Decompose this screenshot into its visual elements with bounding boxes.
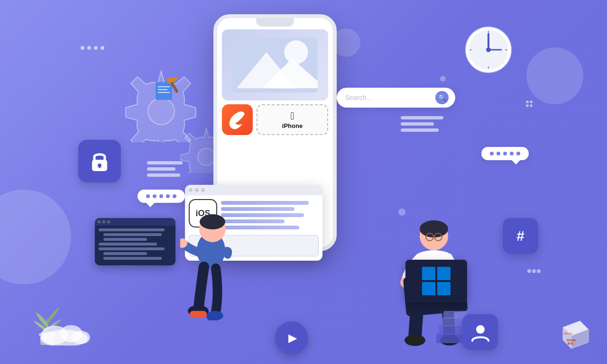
- phone-notch: [256, 18, 294, 27]
- svg-point-40: [200, 214, 225, 229]
- svg-point-0: [81, 46, 84, 50]
- text-line-l3: [147, 173, 180, 177]
- svg-point-8: [527, 269, 531, 273]
- deco-circle-5: [440, 76, 446, 82]
- code-window: [95, 218, 175, 265]
- svg-point-78: [71, 331, 90, 344]
- main-scene:  iPhone iOS Searc: [0, 0, 607, 364]
- virtualbox-icon: Virtual Box ORACLE: [550, 317, 593, 355]
- svg-point-65: [476, 325, 485, 334]
- svg-point-10: [537, 269, 541, 273]
- developer-left: [180, 198, 242, 350]
- bubble-dot-1: [146, 194, 150, 198]
- win-dot-2: [195, 188, 199, 192]
- text-line-r1: [401, 116, 443, 119]
- svg-point-4: [526, 100, 529, 103]
- ios-window-titlebar: [185, 185, 322, 195]
- text-line-l1: [147, 161, 183, 164]
- bubble-dot-r3: [503, 152, 507, 155]
- svg-point-7: [530, 104, 533, 107]
- code-lines: [95, 226, 175, 263]
- build-tool-icon: [152, 76, 180, 104]
- text-line-r2: [401, 122, 434, 126]
- svg-point-53: [405, 335, 425, 346]
- svg-point-32: [285, 40, 308, 64]
- svg-point-2: [94, 46, 98, 50]
- svg-text:Box: Box: [568, 342, 573, 345]
- win-sq-2: [437, 267, 451, 280]
- phone-apps-row:  iPhone: [222, 104, 328, 135]
- bubble-dot-r1: [490, 152, 494, 155]
- win-sq-1: [422, 267, 435, 280]
- deco-circle-1: [0, 190, 71, 284]
- svg-rect-45: [207, 314, 220, 320]
- apple-logo: : [290, 110, 294, 122]
- svg-text:ORACLE: ORACLE: [564, 333, 573, 335]
- hashtag-box: #: [503, 218, 538, 254]
- deco-circle-2: [526, 47, 583, 104]
- svg-rect-37: [99, 165, 101, 168]
- play-icon: ▶: [288, 331, 297, 345]
- svg-rect-16: [156, 82, 172, 100]
- code-line-2: [103, 233, 162, 236]
- code-dot-2: [102, 220, 105, 223]
- speech-bubble-right: [481, 147, 529, 160]
- code-line-5: [99, 247, 165, 250]
- grid-dots-top-left: [80, 45, 106, 56]
- win-dot-3: [201, 188, 205, 192]
- iphone-label: iPhone: [282, 122, 303, 129]
- code-dot-1: [98, 220, 101, 223]
- code-line-7: [103, 257, 162, 260]
- phone-image-placeholder: [222, 29, 328, 100]
- svg-point-5: [530, 100, 533, 103]
- grid-dots-bottom-right: [526, 268, 541, 279]
- search-placeholder: Search...: [345, 94, 372, 101]
- cloud-1: [38, 322, 95, 347]
- bubble-dot-3: [159, 194, 163, 198]
- grid-dots-mid-right: [525, 100, 533, 110]
- code-line-4: [99, 243, 157, 246]
- hashtag-icon: #: [516, 228, 524, 244]
- search-bar[interactable]: Search... 🔍: [337, 88, 455, 108]
- win-sq-3: [422, 282, 435, 295]
- lock-box: [78, 140, 121, 182]
- win-sq-4: [437, 282, 451, 295]
- phone-screen:  iPhone: [217, 27, 333, 142]
- text-line-l2: [147, 167, 175, 171]
- svg-point-9: [532, 269, 536, 273]
- win-dot-1: [189, 188, 193, 192]
- bubble-dot-r4: [510, 152, 514, 155]
- swift-app-icon: [222, 104, 253, 135]
- play-button[interactable]: ▶: [275, 321, 308, 355]
- svg-point-6: [526, 104, 529, 107]
- iphone-app-box:  iPhone: [257, 104, 328, 135]
- bubble-dot-5: [173, 194, 176, 198]
- bubble-dot-r5: [516, 152, 520, 155]
- code-line-1: [99, 228, 165, 231]
- search-icon: 🔍: [438, 94, 446, 101]
- code-line-6: [103, 252, 147, 255]
- svg-point-3: [101, 46, 104, 50]
- deco-text-lines-right: [401, 116, 443, 132]
- windows-logo: [422, 267, 451, 295]
- svg-rect-44: [190, 311, 207, 318]
- bubble-dot-4: [166, 194, 170, 198]
- text-line-r3: [401, 128, 439, 132]
- code-line-3: [103, 238, 147, 241]
- search-button[interactable]: 🔍: [435, 91, 449, 104]
- code-titlebar: [95, 218, 175, 226]
- svg-point-1: [87, 46, 91, 50]
- user-box: [462, 314, 498, 350]
- svg-point-47: [420, 220, 448, 237]
- bubble-dot-2: [153, 194, 156, 198]
- code-dot-3: [107, 220, 110, 223]
- svg-point-15: [198, 148, 215, 165]
- svg-text:Virtual: Virtual: [566, 338, 576, 342]
- speech-bubble-left: [138, 190, 185, 203]
- clock-icon: [462, 24, 515, 76]
- deco-text-lines-left: [147, 161, 183, 177]
- bubble-dot-r2: [497, 152, 500, 155]
